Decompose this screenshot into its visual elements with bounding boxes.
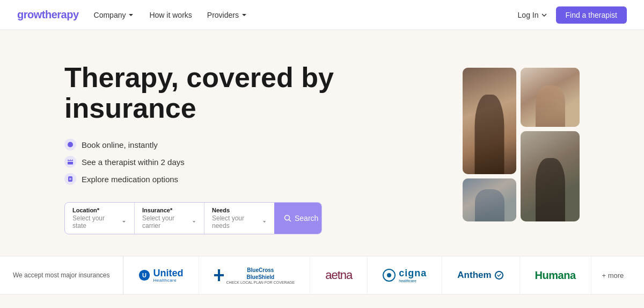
estimate-section: Paying with insurance? See how much ther… <box>0 295 644 308</box>
therapist-photo-2 <box>521 68 580 127</box>
svg-point-9 <box>387 273 391 277</box>
location-label: Location* <box>72 207 127 213</box>
svg-rect-7 <box>214 274 224 276</box>
aetna-logo: aetna <box>310 256 368 295</box>
insurance-field[interactable]: Insurance* Select your carrier <box>135 203 204 234</box>
search-bar: Location* Select your state Insurance* S… <box>64 202 322 234</box>
login-button[interactable]: Log In <box>518 11 547 19</box>
bluecross-name: BlueCrossBlueShield <box>226 267 295 281</box>
svg-point-3 <box>285 216 290 220</box>
insurance-label: Insurance* <box>142 207 196 213</box>
needs-value: Select your needs <box>212 214 260 230</box>
nav-company[interactable]: Company <box>94 11 135 19</box>
chevron-down-icon-providers <box>241 12 247 18</box>
united-healthcare-logo: U United Healthcare <box>123 256 199 295</box>
logo-text: growtherapy <box>17 9 79 20</box>
aetna-name: aetna <box>325 268 352 282</box>
logo[interactable]: growtherapy <box>17 9 79 21</box>
location-value: Select your state <box>72 214 119 230</box>
navbar: growtherapy Company How it works Provide… <box>0 0 644 30</box>
medication-icon <box>64 173 76 185</box>
cigna-name: cigna <box>399 268 427 279</box>
united-name-1: United <box>153 268 184 278</box>
svg-text:U: U <box>142 272 147 278</box>
anthem-name: Anthem <box>457 270 491 281</box>
insurance-value: Select your carrier <box>142 214 189 230</box>
feature-item-2: See a therapist within 2 days <box>64 156 343 168</box>
more-label: + more <box>591 271 635 280</box>
chevron-down-icon-login <box>541 12 547 18</box>
therapist-photo-3 <box>521 131 580 221</box>
chevron-down-icon-insurance <box>192 219 196 225</box>
nav-providers[interactable]: Providers <box>207 11 247 19</box>
login-label: Log In <box>518 11 539 19</box>
book-icon <box>64 139 76 151</box>
svg-point-0 <box>68 142 73 147</box>
feature-list: Book online, instantly See a therapist w… <box>64 139 343 185</box>
hero-photos <box>463 68 580 221</box>
needs-field[interactable]: Needs Select your needs <box>204 203 274 234</box>
nav-how-it-works[interactable]: How it works <box>149 11 192 19</box>
find-therapist-button[interactable]: Find a therapist <box>556 6 627 24</box>
anthem-logo: Anthem <box>442 256 519 295</box>
location-field[interactable]: Location* Select your state <box>65 203 135 234</box>
search-button[interactable]: Search <box>274 203 322 234</box>
needs-label: Needs <box>212 207 267 213</box>
feature-text-3: Explore medication options <box>82 175 178 184</box>
feature-text-2: See a therapist within 2 days <box>82 157 185 167</box>
cigna-logo: cigna healthcare <box>368 256 442 295</box>
hero-section: Therapy, covered by insurance Book onlin… <box>0 30 644 256</box>
chevron-down-icon-needs <box>262 219 267 225</box>
insurance-strip: We accept most major insurances U United… <box>0 256 644 295</box>
calendar-icon <box>64 156 76 168</box>
hero-left: Therapy, covered by insurance Book onlin… <box>64 62 343 234</box>
svg-rect-1 <box>68 160 73 164</box>
feature-item-3: Explore medication options <box>64 173 343 185</box>
insurance-logos: U United Healthcare <box>123 256 644 295</box>
nav-right: Log In Find a therapist <box>518 6 627 24</box>
nav-how-it-works-label: How it works <box>149 11 192 19</box>
united-name-2: Healthcare <box>153 278 184 283</box>
cigna-sub: healthcare <box>399 279 427 283</box>
bluecross-logo: BlueCrossBlueShield CHECK LOCAL PLAN FOR… <box>199 256 311 295</box>
chevron-down-icon <box>128 12 134 18</box>
therapist-photo-1 <box>463 68 516 174</box>
humana-name: Humana <box>535 269 576 282</box>
therapist-photo-4 <box>463 178 516 221</box>
chevron-down-icon-location <box>121 219 127 225</box>
humana-logo: Humana <box>520 256 591 295</box>
insurance-strip-label: We accept most major insurances <box>0 256 123 294</box>
search-button-label: Search <box>295 214 318 223</box>
nav-left: growtherapy Company How it works Provide… <box>17 9 247 21</box>
nav-providers-label: Providers <box>207 11 239 19</box>
hero-title: Therapy, covered by insurance <box>64 62 343 124</box>
feature-text-1: Book online, instantly <box>82 140 158 149</box>
find-therapist-label: Find a therapist <box>566 11 618 19</box>
feature-item-1: Book online, instantly <box>64 139 343 151</box>
nav-company-label: Company <box>94 11 126 19</box>
svg-rect-2 <box>68 176 72 182</box>
search-icon <box>284 214 291 222</box>
